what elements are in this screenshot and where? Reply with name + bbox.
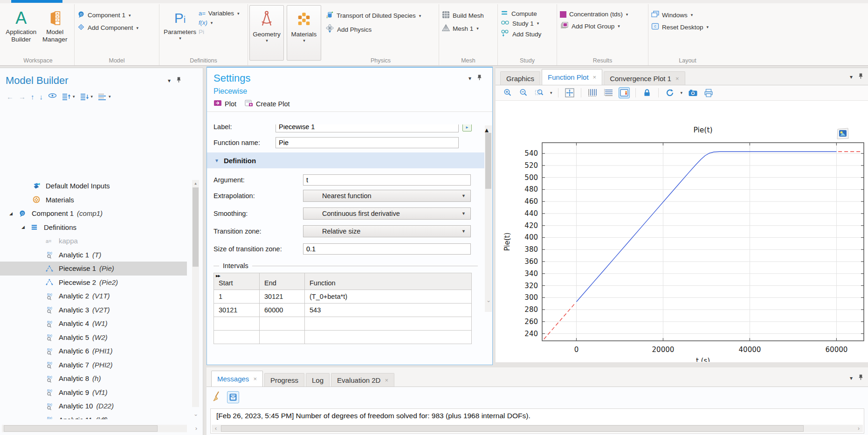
tree-item-piecewise-2[interactable]: Piecewise 2(Pie2) — [0, 276, 187, 290]
reset-desktop-dropdown[interactable]: c Reset Desktop▾ — [651, 23, 709, 31]
panel-menu-chevron-icon[interactable]: ▾ — [850, 375, 853, 381]
scroll-down-chevron-icon[interactable]: ⌄ — [193, 411, 198, 417]
tree-item-analytic-8[interactable]: f(x)Analytic 8(h) — [0, 372, 187, 386]
interval-cell[interactable] — [260, 317, 305, 331]
lock-axis-icon[interactable] — [641, 87, 653, 98]
mail-report-icon[interactable] — [227, 391, 239, 403]
add-study-button[interactable]: Add Study — [501, 29, 541, 39]
tree-item-definitions[interactable]: ◢Definitions — [0, 221, 187, 235]
function-name-input[interactable] — [276, 137, 459, 148]
interval-cell[interactable] — [214, 317, 260, 331]
rotate-refresh-icon[interactable] — [664, 87, 675, 98]
panel-menu-chevron-icon[interactable]: ▾ — [850, 74, 853, 80]
show-toggle-eye-icon[interactable] — [48, 92, 57, 101]
move-up-icon[interactable]: ↑ — [31, 93, 34, 101]
tab-progress[interactable]: Progress — [264, 373, 304, 387]
argument-input[interactable] — [303, 174, 471, 186]
interval-cell[interactable]: 30121 — [214, 304, 260, 317]
materials-button[interactable]: Materials ▾ — [287, 5, 321, 61]
size-transition-input[interactable] — [303, 243, 471, 255]
expand-collapse-icon[interactable]: ◢ — [9, 211, 19, 216]
intervals-header-start[interactable]: ▶▶Start — [214, 273, 260, 290]
back-arrow-icon[interactable]: ← — [7, 93, 14, 101]
tree-item-analytic-6[interactable]: f(x)Analytic 6(PHI1) — [0, 344, 187, 358]
scroll-left-chevron-icon[interactable]: ‹ — [212, 425, 220, 432]
expand-collapse-icon[interactable]: ◢ — [21, 225, 31, 229]
pin-icon[interactable] — [858, 374, 863, 382]
scroll-up-icon[interactable]: ▴ — [192, 180, 199, 187]
pin-icon[interactable] — [477, 74, 482, 83]
node-label-options-icon[interactable]: ▾ — [98, 93, 111, 100]
geometry-button[interactable]: Geometry ▾ — [249, 5, 284, 61]
scrollbar-thumb[interactable] — [4, 425, 158, 432]
tab-log[interactable]: Log — [306, 373, 330, 387]
x-axis-grid-icon[interactable] — [587, 87, 598, 98]
panel-menu-chevron-icon[interactable]: ▾ — [168, 77, 171, 84]
expand-list-icon[interactable]: ▾ — [80, 93, 93, 100]
settings-vertical-scrollbar[interactable]: ▴ — [485, 125, 492, 312]
interval-cell[interactable]: (T_0+beta*t) — [305, 290, 472, 304]
chevron-down-icon[interactable]: ▾ — [681, 90, 683, 95]
add-physics-button[interactable]: Add Physics — [325, 24, 421, 35]
study-1-dropdown[interactable]: Study 1▾ — [501, 20, 541, 27]
scroll-right-chevron-icon[interactable]: › — [195, 425, 197, 432]
tab-messages[interactable]: Messages× — [211, 371, 263, 387]
messages-output[interactable]: [Feb 26, 2023, 5:45 PM] Number of degree… — [210, 408, 864, 434]
tree-item-analytic-10[interactable]: f(x)Analytic 10(D22) — [0, 399, 187, 413]
build-mesh-button[interactable]: Build Mesh — [442, 11, 484, 20]
component-1-dropdown[interactable]: Ω Component 1▾ — [77, 11, 138, 20]
interval-cell[interactable] — [305, 331, 472, 344]
transition-zone-select[interactable]: Relative size▼ — [303, 225, 471, 237]
tree-item-analytic-2[interactable]: f(x)Analytic 2(V1T) — [0, 289, 187, 303]
pin-icon[interactable] — [858, 73, 863, 81]
tree-item-analytic-1[interactable]: f(x)Analytic 1(T) — [0, 248, 187, 262]
functions-dropdown[interactable]: f(x)▾ — [199, 19, 240, 26]
definition-section-header[interactable]: ▼ Definition — [207, 152, 484, 168]
camera-icon[interactable] — [687, 87, 698, 98]
tree-item-kappa[interactable]: a=kappa — [0, 234, 187, 248]
scrollbar-thumb[interactable] — [193, 187, 199, 267]
interval-cell[interactable] — [260, 331, 305, 344]
tree-item-analytic-11[interactable]: f(x)Analytic 11(kff) — [0, 413, 187, 420]
table-expand-icon[interactable]: ▶▶ — [216, 274, 220, 278]
tab-convergence-plot-1[interactable]: Convergence Plot 1× — [604, 71, 685, 85]
tree-item-piecewise-1[interactable]: Piecewise 1(Pie) — [0, 262, 187, 276]
tree-item-analytic-3[interactable]: f(x)Analytic 3(V2T) — [0, 303, 187, 317]
zoom-box-icon[interactable] — [534, 87, 545, 98]
extrapolation-select[interactable]: Nearest function▼ — [303, 190, 471, 202]
add-component-dropdown[interactable]: Add Component▾ — [77, 23, 138, 32]
close-icon[interactable]: × — [675, 75, 679, 82]
pin-icon[interactable] — [176, 76, 181, 85]
interval-cell[interactable]: 543 — [305, 304, 472, 317]
messages-horizontal-scrollbar[interactable]: ‹ › — [212, 425, 863, 432]
zoom-out-icon[interactable] — [518, 87, 529, 98]
create-plot-button[interactable]: Create Plot — [245, 99, 290, 108]
add-plot-group-dropdown[interactable]: Add Plot Group▾ — [560, 21, 628, 31]
tree-item-default-model-inputs[interactable]: Default Model Inputs — [0, 179, 187, 193]
transport-of-diluted-species-dropdown[interactable]: Transport of Diluted Species▾ — [325, 11, 421, 21]
interval-cell[interactable]: 1 — [214, 290, 260, 304]
scrollbar-thumb[interactable] — [485, 133, 491, 189]
tree-item-analytic-7[interactable]: f(x)Analytic 7(PHI2) — [0, 358, 187, 372]
tree-item-analytic-5[interactable]: f(x)Analytic 5(W2) — [0, 331, 187, 345]
model-manager-button[interactable]: Model Manager — [39, 6, 72, 57]
tab-graphics[interactable]: Graphics — [500, 71, 540, 85]
interval-cell[interactable]: 30121 — [260, 290, 305, 304]
tree-horizontal-scrollbar[interactable] — [2, 425, 187, 432]
tree-item-analytic-4[interactable]: f(x)Analytic 4(W1) — [0, 317, 187, 331]
tree-vertical-scrollbar[interactable]: ▴ — [192, 180, 199, 407]
y-axis-grid-icon[interactable] — [603, 87, 614, 98]
smoothing-select[interactable]: Continuous first derivative▼ — [303, 207, 471, 220]
close-icon[interactable]: × — [253, 375, 257, 382]
variables-dropdown[interactable]: a= Variables▾ — [199, 10, 240, 17]
application-builder-button[interactable]: A Application Builder — [5, 6, 38, 57]
move-down-icon[interactable]: ↓ — [40, 93, 43, 101]
clear-broom-icon[interactable] — [212, 391, 222, 404]
close-icon[interactable]: × — [593, 74, 597, 81]
mesh-1-dropdown[interactable]: Mesh 1▾ — [442, 24, 484, 33]
panel-menu-chevron-icon[interactable]: ▾ — [468, 75, 471, 82]
label-input[interactable] — [276, 124, 459, 132]
pi-button[interactable]: Pi — [199, 28, 240, 35]
printer-icon[interactable] — [703, 87, 714, 98]
interval-cell[interactable]: 60000 — [260, 304, 305, 317]
